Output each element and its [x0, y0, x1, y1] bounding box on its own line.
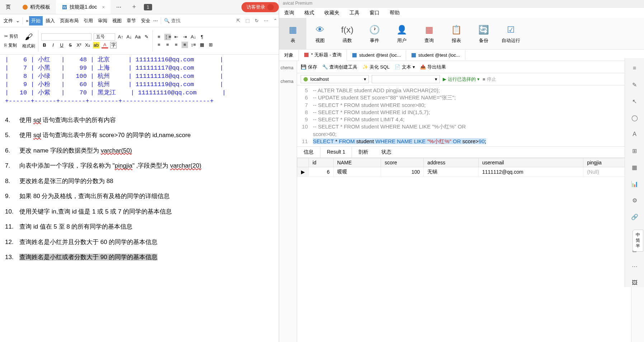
paintbrush-icon[interactable]: 🖌 — [25, 32, 33, 42]
more-side-icon[interactable]: ⋯ — [630, 262, 639, 271]
font-size-select[interactable] — [94, 33, 115, 41]
subscript-icon[interactable]: X₂ — [84, 42, 91, 48]
tab-overflow[interactable]: ⋯ — [111, 0, 127, 14]
ribbon-fx-button[interactable]: f(x)函数 — [334, 18, 361, 49]
chevron-down-icon[interactable]: ⌄ — [16, 18, 20, 23]
guest-login-button[interactable]: 访客登录 — [241, 2, 279, 12]
run-selected-button[interactable]: ▶ 运行已选择的 ▾ — [443, 76, 480, 83]
image-icon[interactable]: 🖼 — [630, 278, 639, 287]
column-header[interactable]: score — [381, 158, 424, 167]
result-tab[interactable]: 状态 — [375, 147, 398, 158]
cursor-icon[interactable]: ↖ — [630, 97, 639, 106]
underline-icon[interactable]: U — [58, 42, 65, 48]
menu-view[interactable]: 视图 — [110, 16, 124, 25]
line-spacing-icon[interactable]: ↕≡ — [190, 42, 197, 48]
link-icon[interactable]: 🔗 — [630, 212, 639, 221]
result-tab[interactable]: 剖析 — [352, 147, 375, 158]
ribbon-auto-button[interactable]: ☑自动运行 — [497, 18, 525, 49]
column-header[interactable]: id — [309, 158, 334, 167]
char-border-icon[interactable]: 字 — [110, 42, 117, 48]
cell[interactable]: 1111112@qq.com — [479, 167, 583, 177]
new-tab-button[interactable]: + — [127, 3, 141, 11]
change-case-icon[interactable]: Aa — [135, 34, 141, 40]
column-header[interactable]: address — [424, 158, 479, 167]
strike-icon[interactable]: S̶ — [67, 42, 74, 48]
menu-item[interactable]: 帮助 — [390, 10, 400, 16]
highlight-icon[interactable]: ab — [93, 42, 99, 48]
cell[interactable]: (Null) — [583, 167, 631, 177]
menu-start[interactable]: 开始 — [29, 16, 43, 25]
shrink-font-icon[interactable]: A↓ — [126, 34, 132, 40]
superscript-icon[interactable]: X² — [76, 42, 82, 48]
sql-editor[interactable]: 5-- ALTER TABLE student ADD pingjia VARC… — [297, 85, 631, 146]
sort-icon[interactable]: A↓ — [190, 34, 197, 40]
settings-icon[interactable]: ⚙ — [630, 196, 639, 205]
save-button[interactable]: 💾保存 — [301, 64, 317, 70]
bullet-list-icon[interactable]: ≡ — [156, 34, 162, 40]
ribbon-backup-button[interactable]: 🔄备份 — [470, 18, 497, 49]
tab-document[interactable]: W 技能题1.doc × — [56, 0, 111, 14]
bold-icon[interactable]: B — [41, 42, 48, 48]
cell[interactable]: 100 — [381, 167, 424, 177]
italic-icon[interactable]: I — [50, 42, 56, 48]
document-body[interactable]: | 6 | 小红 | 48 | 北京 | 111111116@qq.com | … — [0, 55, 279, 342]
query-builder-button[interactable]: 🔧查询创建工具 — [322, 64, 357, 70]
connection-select[interactable]: localhost ▾ — [301, 75, 369, 83]
more-icon[interactable]: ⋯ — [264, 18, 268, 23]
cell[interactable]: 暖暖 — [333, 167, 381, 177]
ime-badge[interactable]: 中简半 — [633, 230, 643, 252]
menu-item[interactable]: 格式 — [304, 10, 314, 16]
menu-item[interactable]: 工具 — [349, 10, 359, 16]
ribbon-user-button[interactable]: 👤用户 — [388, 18, 415, 49]
align-justify-icon[interactable]: ≡ — [182, 42, 188, 48]
table-icon[interactable]: ⊞ — [630, 146, 639, 155]
align-center-icon[interactable]: ≡ — [164, 42, 171, 48]
text-icon[interactable]: A — [630, 130, 639, 139]
share-icon[interactable]: ⇱ — [236, 18, 240, 23]
align-right-icon[interactable]: ≡ — [173, 42, 179, 48]
menu-item[interactable]: 查询 — [284, 10, 294, 16]
menu-more-icon[interactable]: » — [26, 18, 28, 23]
close-icon[interactable]: × — [102, 4, 105, 10]
indent-right-icon[interactable]: ⇥ — [182, 34, 188, 40]
cloud-icon[interactable]: ⬚ — [245, 18, 250, 23]
tab-objects[interactable]: 对象 — [279, 50, 299, 61]
grid-icon[interactable]: ▦ — [630, 163, 639, 172]
beautify-sql-button[interactable]: ✨美化 SQL — [362, 64, 390, 70]
chart-icon[interactable]: 📊 — [630, 179, 639, 188]
indent-left-icon[interactable]: ⇤ — [173, 34, 179, 40]
align-left-icon[interactable]: ≡ — [156, 42, 162, 48]
font-family-select[interactable] — [41, 33, 91, 41]
ribbon-view-button[interactable]: 👁视图 — [306, 18, 334, 49]
menu-insert[interactable]: 插入 — [43, 16, 57, 25]
ribbon-query-button[interactable]: ▦查询 — [415, 18, 443, 49]
sync-icon[interactable]: ↻ — [255, 18, 259, 23]
menu-overflow-icon[interactable]: ⋯ — [153, 18, 158, 23]
tab-docshell[interactable]: 稻壳模板 — [17, 0, 56, 14]
show-marks-icon[interactable]: ¶ — [199, 34, 205, 40]
tab-home[interactable]: 页 — [0, 0, 17, 14]
ribbon-table-button[interactable]: ▦表 — [279, 18, 306, 49]
tab-untitled-query[interactable]: * 无标题 - 查询 — [299, 50, 347, 61]
column-header[interactable]: NAME — [333, 158, 381, 167]
number-list-icon[interactable]: ⋮≡ — [164, 34, 171, 40]
font-color-icon[interactable]: A — [102, 42, 108, 48]
column-header[interactable]: pingjia — [583, 158, 631, 167]
borders-icon[interactable]: ⊞ — [207, 42, 214, 48]
search-button[interactable]: 🔍 查找 — [164, 18, 180, 24]
tab-student-2[interactable]: student @test (loc... — [406, 50, 465, 60]
result-tab[interactable]: Result 1 — [320, 147, 352, 158]
menu-security[interactable]: 安全 — [139, 16, 152, 25]
menu-page-layout[interactable]: 页面布局 — [58, 16, 81, 25]
column-header[interactable]: useremail — [479, 158, 583, 167]
database-select[interactable]: ▾ — [372, 75, 440, 83]
cut-button[interactable]: ✂剪切 — [3, 33, 19, 40]
copy-button[interactable]: ⎘复制 — [3, 42, 19, 49]
stop-button[interactable]: ■ 停止 — [483, 76, 496, 83]
export-result-button[interactable]: 📤导出结果 — [420, 64, 446, 70]
menu-item[interactable]: 收藏夹 — [324, 10, 339, 16]
tab-student-1[interactable]: student @test (loc... — [347, 50, 406, 60]
cell[interactable]: 6 — [309, 167, 334, 177]
shading-icon[interactable]: ▦ — [199, 42, 205, 48]
pen-icon[interactable]: ✎ — [630, 80, 639, 89]
